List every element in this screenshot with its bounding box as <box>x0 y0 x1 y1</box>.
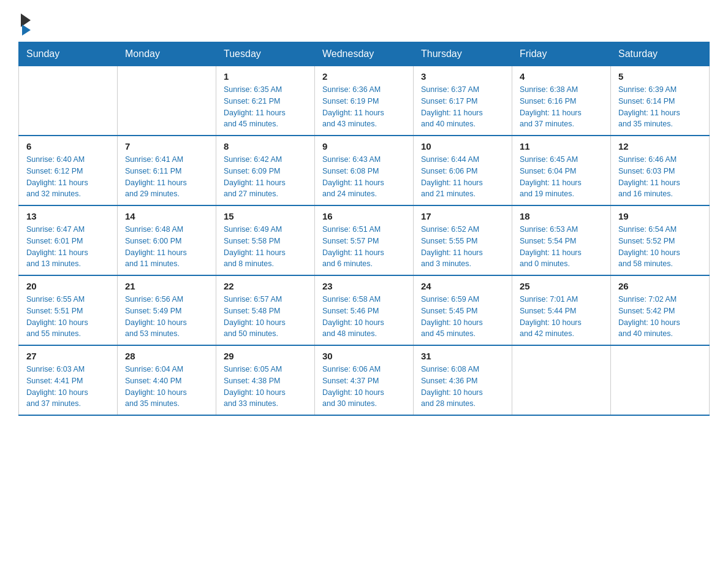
day-info: Sunrise: 6:55 AM Sunset: 5:51 PM Dayligh… <box>26 294 110 340</box>
day-cell: 24Sunrise: 6:59 AM Sunset: 5:45 PM Dayli… <box>414 275 512 345</box>
day-info: Sunrise: 6:08 AM Sunset: 4:36 PM Dayligh… <box>421 364 504 410</box>
day-number: 1 <box>224 71 307 82</box>
header-friday: Friday <box>512 42 611 66</box>
week-row-1: 1Sunrise: 6:35 AM Sunset: 6:21 PM Daylig… <box>19 66 710 136</box>
header-thursday: Thursday <box>414 42 512 66</box>
header-tuesday: Tuesday <box>216 42 315 66</box>
day-info: Sunrise: 6:44 AM Sunset: 6:06 PM Dayligh… <box>421 154 504 200</box>
header-monday: Monday <box>118 42 216 66</box>
day-cell: 12Sunrise: 6:46 AM Sunset: 6:03 PM Dayli… <box>611 136 710 205</box>
day-number: 30 <box>322 351 406 361</box>
day-number: 6 <box>26 141 110 151</box>
day-info: Sunrise: 6:38 AM Sunset: 6:16 PM Dayligh… <box>520 84 603 130</box>
week-row-5: 27Sunrise: 6:03 AM Sunset: 4:41 PM Dayli… <box>19 345 710 415</box>
header-saturday: Saturday <box>611 42 710 66</box>
day-number: 4 <box>520 71 603 82</box>
day-number: 16 <box>322 211 406 221</box>
day-number: 10 <box>421 141 504 151</box>
day-number: 17 <box>421 211 504 221</box>
calendar-header-row: SundayMondayTuesdayWednesdayThursdayFrid… <box>19 42 710 66</box>
day-cell: 25Sunrise: 7:01 AM Sunset: 5:44 PM Dayli… <box>512 275 611 345</box>
day-number: 2 <box>322 71 406 82</box>
day-info: Sunrise: 6:59 AM Sunset: 5:45 PM Dayligh… <box>421 294 504 340</box>
day-number: 15 <box>224 211 307 221</box>
day-number: 9 <box>322 141 406 151</box>
day-cell: 15Sunrise: 6:49 AM Sunset: 5:58 PM Dayli… <box>216 205 315 275</box>
logo <box>18 12 31 36</box>
day-info: Sunrise: 6:56 AM Sunset: 5:49 PM Dayligh… <box>125 294 208 340</box>
day-info: Sunrise: 7:02 AM Sunset: 5:42 PM Dayligh… <box>618 294 702 340</box>
day-cell: 2Sunrise: 6:36 AM Sunset: 6:19 PM Daylig… <box>315 66 414 136</box>
day-cell: 11Sunrise: 6:45 AM Sunset: 6:04 PM Dayli… <box>512 136 611 205</box>
day-number: 5 <box>618 71 702 82</box>
day-cell: 30Sunrise: 6:06 AM Sunset: 4:37 PM Dayli… <box>315 345 414 415</box>
day-cell: 10Sunrise: 6:44 AM Sunset: 6:06 PM Dayli… <box>414 136 512 205</box>
day-cell: 3Sunrise: 6:37 AM Sunset: 6:17 PM Daylig… <box>414 66 512 136</box>
day-number: 24 <box>421 281 504 291</box>
week-row-3: 13Sunrise: 6:47 AM Sunset: 6:01 PM Dayli… <box>19 205 710 275</box>
day-info: Sunrise: 6:54 AM Sunset: 5:52 PM Dayligh… <box>618 224 702 270</box>
day-cell: 22Sunrise: 6:57 AM Sunset: 5:48 PM Dayli… <box>216 275 315 345</box>
day-info: Sunrise: 6:46 AM Sunset: 6:03 PM Dayligh… <box>618 154 702 200</box>
day-cell: 27Sunrise: 6:03 AM Sunset: 4:41 PM Dayli… <box>19 345 118 415</box>
day-info: Sunrise: 6:52 AM Sunset: 5:55 PM Dayligh… <box>421 224 504 270</box>
day-info: Sunrise: 6:40 AM Sunset: 6:12 PM Dayligh… <box>26 154 110 200</box>
day-cell: 13Sunrise: 6:47 AM Sunset: 6:01 PM Dayli… <box>19 205 118 275</box>
day-cell: 26Sunrise: 7:02 AM Sunset: 5:42 PM Dayli… <box>611 275 710 345</box>
day-info: Sunrise: 6:57 AM Sunset: 5:48 PM Dayligh… <box>224 294 307 340</box>
day-number: 26 <box>618 281 702 291</box>
day-info: Sunrise: 6:58 AM Sunset: 5:46 PM Dayligh… <box>322 294 406 340</box>
day-number: 28 <box>125 351 208 361</box>
page-header <box>18 12 710 36</box>
day-cell: 5Sunrise: 6:39 AM Sunset: 6:14 PM Daylig… <box>611 66 710 136</box>
day-info: Sunrise: 6:03 AM Sunset: 4:41 PM Dayligh… <box>26 364 110 410</box>
day-number: 29 <box>224 351 307 361</box>
day-info: Sunrise: 6:53 AM Sunset: 5:54 PM Dayligh… <box>520 224 603 270</box>
day-info: Sunrise: 6:37 AM Sunset: 6:17 PM Dayligh… <box>421 84 504 130</box>
day-info: Sunrise: 6:41 AM Sunset: 6:11 PM Dayligh… <box>125 154 208 200</box>
day-info: Sunrise: 6:49 AM Sunset: 5:58 PM Dayligh… <box>224 224 307 270</box>
week-row-4: 20Sunrise: 6:55 AM Sunset: 5:51 PM Dayli… <box>19 275 710 345</box>
day-cell: 6Sunrise: 6:40 AM Sunset: 6:12 PM Daylig… <box>19 136 118 205</box>
day-number: 12 <box>618 141 702 151</box>
day-cell: 18Sunrise: 6:53 AM Sunset: 5:54 PM Dayli… <box>512 205 611 275</box>
day-cell: 21Sunrise: 6:56 AM Sunset: 5:49 PM Dayli… <box>118 275 216 345</box>
day-number: 27 <box>26 351 110 361</box>
day-number: 19 <box>618 211 702 221</box>
day-info: Sunrise: 6:42 AM Sunset: 6:09 PM Dayligh… <box>224 154 307 200</box>
day-cell: 23Sunrise: 6:58 AM Sunset: 5:46 PM Dayli… <box>315 275 414 345</box>
day-cell: 9Sunrise: 6:43 AM Sunset: 6:08 PM Daylig… <box>315 136 414 205</box>
day-info: Sunrise: 6:43 AM Sunset: 6:08 PM Dayligh… <box>322 154 406 200</box>
day-cell: 17Sunrise: 6:52 AM Sunset: 5:55 PM Dayli… <box>414 205 512 275</box>
day-cell: 19Sunrise: 6:54 AM Sunset: 5:52 PM Dayli… <box>611 205 710 275</box>
day-info: Sunrise: 6:48 AM Sunset: 6:00 PM Dayligh… <box>125 224 208 270</box>
day-number: 3 <box>421 71 504 82</box>
day-number: 22 <box>224 281 307 291</box>
day-cell: 16Sunrise: 6:51 AM Sunset: 5:57 PM Dayli… <box>315 205 414 275</box>
day-number: 31 <box>421 351 504 361</box>
day-cell: 14Sunrise: 6:48 AM Sunset: 6:00 PM Dayli… <box>118 205 216 275</box>
day-cell <box>118 66 216 136</box>
day-cell: 1Sunrise: 6:35 AM Sunset: 6:21 PM Daylig… <box>216 66 315 136</box>
day-number: 20 <box>26 281 110 291</box>
day-cell <box>611 345 710 415</box>
day-cell: 28Sunrise: 6:04 AM Sunset: 4:40 PM Dayli… <box>118 345 216 415</box>
day-info: Sunrise: 6:39 AM Sunset: 6:14 PM Dayligh… <box>618 84 702 130</box>
day-info: Sunrise: 6:06 AM Sunset: 4:37 PM Dayligh… <box>322 364 406 410</box>
day-cell: 31Sunrise: 6:08 AM Sunset: 4:36 PM Dayli… <box>414 345 512 415</box>
day-number: 18 <box>520 211 603 221</box>
day-info: Sunrise: 6:35 AM Sunset: 6:21 PM Dayligh… <box>224 84 307 130</box>
header-wednesday: Wednesday <box>315 42 414 66</box>
day-number: 21 <box>125 281 208 291</box>
day-number: 7 <box>125 141 208 151</box>
day-cell: 4Sunrise: 6:38 AM Sunset: 6:16 PM Daylig… <box>512 66 611 136</box>
day-number: 8 <box>224 141 307 151</box>
day-number: 14 <box>125 211 208 221</box>
day-info: Sunrise: 6:47 AM Sunset: 6:01 PM Dayligh… <box>26 224 110 270</box>
day-number: 11 <box>520 141 603 151</box>
day-cell: 29Sunrise: 6:05 AM Sunset: 4:38 PM Dayli… <box>216 345 315 415</box>
day-cell: 8Sunrise: 6:42 AM Sunset: 6:09 PM Daylig… <box>216 136 315 205</box>
day-cell <box>19 66 118 136</box>
day-cell: 20Sunrise: 6:55 AM Sunset: 5:51 PM Dayli… <box>19 275 118 345</box>
day-info: Sunrise: 6:04 AM Sunset: 4:40 PM Dayligh… <box>125 364 208 410</box>
